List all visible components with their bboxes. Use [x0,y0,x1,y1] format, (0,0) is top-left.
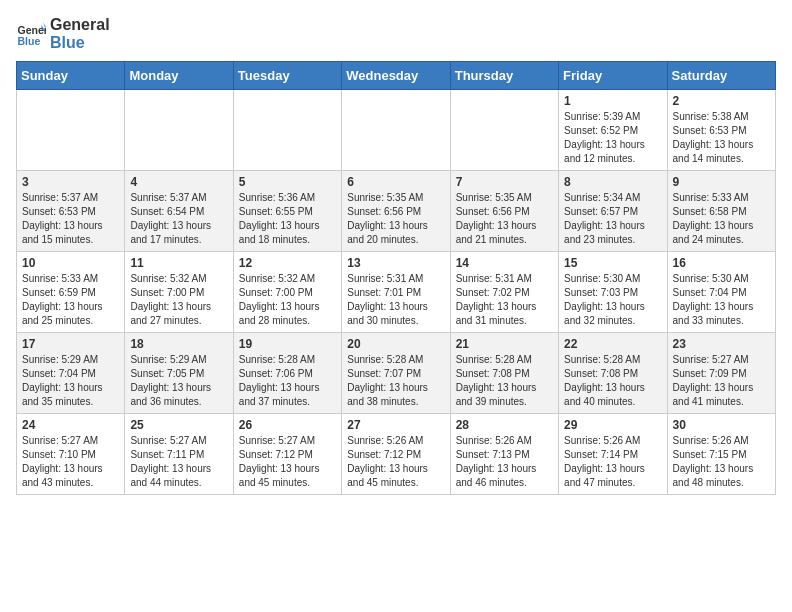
calendar-week-row: 1Sunrise: 5:39 AM Sunset: 6:52 PM Daylig… [17,90,776,171]
day-info: Sunrise: 5:26 AM Sunset: 7:14 PM Dayligh… [564,434,661,490]
calendar-day-cell: 8Sunrise: 5:34 AM Sunset: 6:57 PM Daylig… [559,171,667,252]
day-number: 12 [239,256,336,270]
logo-icon: General Blue [16,19,46,49]
day-number: 6 [347,175,444,189]
calendar-day-cell: 9Sunrise: 5:33 AM Sunset: 6:58 PM Daylig… [667,171,775,252]
calendar-day-cell: 23Sunrise: 5:27 AM Sunset: 7:09 PM Dayli… [667,333,775,414]
calendar-day-cell: 15Sunrise: 5:30 AM Sunset: 7:03 PM Dayli… [559,252,667,333]
logo: General Blue General Blue [16,16,110,51]
day-number: 20 [347,337,444,351]
day-info: Sunrise: 5:36 AM Sunset: 6:55 PM Dayligh… [239,191,336,247]
day-info: Sunrise: 5:31 AM Sunset: 7:02 PM Dayligh… [456,272,553,328]
day-info: Sunrise: 5:27 AM Sunset: 7:11 PM Dayligh… [130,434,227,490]
day-info: Sunrise: 5:33 AM Sunset: 6:58 PM Dayligh… [673,191,770,247]
day-info: Sunrise: 5:30 AM Sunset: 7:03 PM Dayligh… [564,272,661,328]
calendar-day-cell: 20Sunrise: 5:28 AM Sunset: 7:07 PM Dayli… [342,333,450,414]
day-info: Sunrise: 5:34 AM Sunset: 6:57 PM Dayligh… [564,191,661,247]
weekday-header-cell: Tuesday [233,62,341,90]
day-number: 5 [239,175,336,189]
calendar-table: SundayMondayTuesdayWednesdayThursdayFrid… [16,61,776,495]
calendar-week-row: 24Sunrise: 5:27 AM Sunset: 7:10 PM Dayli… [17,414,776,495]
logo-blue-text: Blue [50,34,110,52]
weekday-header-cell: Thursday [450,62,558,90]
calendar-day-cell: 4Sunrise: 5:37 AM Sunset: 6:54 PM Daylig… [125,171,233,252]
day-number: 11 [130,256,227,270]
calendar-day-cell [125,90,233,171]
day-number: 22 [564,337,661,351]
weekday-header-cell: Monday [125,62,233,90]
weekday-header-cell: Sunday [17,62,125,90]
day-number: 17 [22,337,119,351]
calendar-day-cell: 21Sunrise: 5:28 AM Sunset: 7:08 PM Dayli… [450,333,558,414]
day-number: 8 [564,175,661,189]
calendar-day-cell [233,90,341,171]
day-info: Sunrise: 5:28 AM Sunset: 7:07 PM Dayligh… [347,353,444,409]
calendar-day-cell [17,90,125,171]
day-number: 27 [347,418,444,432]
calendar-week-row: 10Sunrise: 5:33 AM Sunset: 6:59 PM Dayli… [17,252,776,333]
calendar-day-cell [342,90,450,171]
calendar-day-cell: 29Sunrise: 5:26 AM Sunset: 7:14 PM Dayli… [559,414,667,495]
day-number: 29 [564,418,661,432]
day-info: Sunrise: 5:26 AM Sunset: 7:15 PM Dayligh… [673,434,770,490]
calendar-day-cell: 18Sunrise: 5:29 AM Sunset: 7:05 PM Dayli… [125,333,233,414]
day-info: Sunrise: 5:37 AM Sunset: 6:54 PM Dayligh… [130,191,227,247]
day-number: 30 [673,418,770,432]
day-number: 19 [239,337,336,351]
day-info: Sunrise: 5:35 AM Sunset: 6:56 PM Dayligh… [347,191,444,247]
day-number: 3 [22,175,119,189]
day-info: Sunrise: 5:27 AM Sunset: 7:12 PM Dayligh… [239,434,336,490]
calendar-day-cell: 12Sunrise: 5:32 AM Sunset: 7:00 PM Dayli… [233,252,341,333]
day-info: Sunrise: 5:29 AM Sunset: 7:05 PM Dayligh… [130,353,227,409]
calendar-day-cell: 30Sunrise: 5:26 AM Sunset: 7:15 PM Dayli… [667,414,775,495]
svg-text:Blue: Blue [18,34,41,46]
day-info: Sunrise: 5:28 AM Sunset: 7:08 PM Dayligh… [564,353,661,409]
calendar-day-cell: 10Sunrise: 5:33 AM Sunset: 6:59 PM Dayli… [17,252,125,333]
day-number: 4 [130,175,227,189]
day-number: 2 [673,94,770,108]
page-header: General Blue General Blue [16,16,776,51]
logo-general-text: General [50,16,110,34]
day-info: Sunrise: 5:37 AM Sunset: 6:53 PM Dayligh… [22,191,119,247]
day-number: 13 [347,256,444,270]
day-info: Sunrise: 5:31 AM Sunset: 7:01 PM Dayligh… [347,272,444,328]
calendar-day-cell: 17Sunrise: 5:29 AM Sunset: 7:04 PM Dayli… [17,333,125,414]
weekday-header-row: SundayMondayTuesdayWednesdayThursdayFrid… [17,62,776,90]
day-number: 9 [673,175,770,189]
calendar-body: 1Sunrise: 5:39 AM Sunset: 6:52 PM Daylig… [17,90,776,495]
day-number: 21 [456,337,553,351]
calendar-day-cell: 14Sunrise: 5:31 AM Sunset: 7:02 PM Dayli… [450,252,558,333]
weekday-header-cell: Wednesday [342,62,450,90]
day-info: Sunrise: 5:29 AM Sunset: 7:04 PM Dayligh… [22,353,119,409]
day-number: 25 [130,418,227,432]
weekday-header-cell: Saturday [667,62,775,90]
day-info: Sunrise: 5:32 AM Sunset: 7:00 PM Dayligh… [130,272,227,328]
calendar-day-cell: 5Sunrise: 5:36 AM Sunset: 6:55 PM Daylig… [233,171,341,252]
day-number: 1 [564,94,661,108]
calendar-day-cell: 19Sunrise: 5:28 AM Sunset: 7:06 PM Dayli… [233,333,341,414]
calendar-week-row: 17Sunrise: 5:29 AM Sunset: 7:04 PM Dayli… [17,333,776,414]
calendar-day-cell: 13Sunrise: 5:31 AM Sunset: 7:01 PM Dayli… [342,252,450,333]
day-info: Sunrise: 5:27 AM Sunset: 7:10 PM Dayligh… [22,434,119,490]
day-info: Sunrise: 5:33 AM Sunset: 6:59 PM Dayligh… [22,272,119,328]
day-info: Sunrise: 5:26 AM Sunset: 7:13 PM Dayligh… [456,434,553,490]
calendar-day-cell [450,90,558,171]
day-number: 28 [456,418,553,432]
day-number: 10 [22,256,119,270]
calendar-day-cell: 24Sunrise: 5:27 AM Sunset: 7:10 PM Dayli… [17,414,125,495]
calendar-day-cell: 6Sunrise: 5:35 AM Sunset: 6:56 PM Daylig… [342,171,450,252]
calendar-day-cell: 26Sunrise: 5:27 AM Sunset: 7:12 PM Dayli… [233,414,341,495]
day-info: Sunrise: 5:26 AM Sunset: 7:12 PM Dayligh… [347,434,444,490]
day-info: Sunrise: 5:30 AM Sunset: 7:04 PM Dayligh… [673,272,770,328]
calendar-day-cell: 2Sunrise: 5:38 AM Sunset: 6:53 PM Daylig… [667,90,775,171]
day-number: 24 [22,418,119,432]
day-number: 26 [239,418,336,432]
calendar-day-cell: 28Sunrise: 5:26 AM Sunset: 7:13 PM Dayli… [450,414,558,495]
calendar-day-cell: 11Sunrise: 5:32 AM Sunset: 7:00 PM Dayli… [125,252,233,333]
calendar-day-cell: 27Sunrise: 5:26 AM Sunset: 7:12 PM Dayli… [342,414,450,495]
calendar-day-cell: 22Sunrise: 5:28 AM Sunset: 7:08 PM Dayli… [559,333,667,414]
day-number: 18 [130,337,227,351]
day-info: Sunrise: 5:27 AM Sunset: 7:09 PM Dayligh… [673,353,770,409]
day-number: 16 [673,256,770,270]
calendar-day-cell: 16Sunrise: 5:30 AM Sunset: 7:04 PM Dayli… [667,252,775,333]
